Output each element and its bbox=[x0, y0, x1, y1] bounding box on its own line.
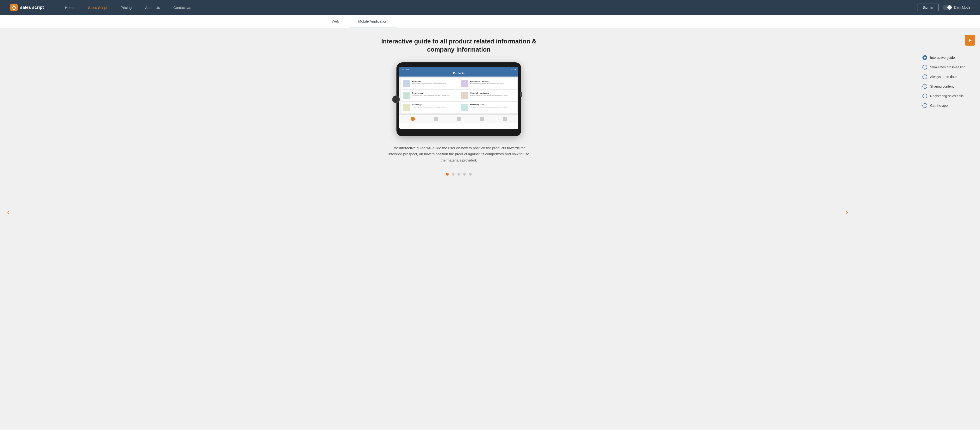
product-desc-2: An ultrasound machine makes images so th… bbox=[470, 83, 515, 85]
tab-web[interactable]: Web bbox=[322, 15, 349, 28]
play-button[interactable] bbox=[965, 35, 975, 46]
svg-marker-2 bbox=[969, 39, 972, 42]
tabs-wrapper: Web Mobile Application bbox=[0, 15, 980, 28]
slide-dots bbox=[446, 173, 472, 176]
dot-4[interactable] bbox=[463, 173, 466, 176]
product-card-6[interactable]: Operating table An operating table, some… bbox=[459, 102, 517, 113]
tablet-screen: 1:11 AM ●●●● Products Autoclave An autoc… bbox=[399, 67, 518, 129]
tablet-side-button bbox=[520, 92, 522, 97]
sidebar-radio-6 bbox=[923, 103, 927, 108]
play-icon bbox=[968, 38, 972, 43]
product-name-2: Ultrasound machine bbox=[470, 80, 515, 82]
sidebar-radio-1 bbox=[923, 55, 927, 60]
app-header: 1:11 AM ●●●● Products bbox=[399, 67, 518, 76]
product-name-4: Chemistry analyzers bbox=[470, 92, 515, 94]
sidebar-radio-5 bbox=[923, 94, 927, 99]
nav-sales-script[interactable]: Sales Script bbox=[81, 0, 114, 15]
tablet-mockup: 1:11 AM ●●●● Products Autoclave An autoc… bbox=[396, 62, 521, 136]
dot-1[interactable] bbox=[446, 173, 449, 176]
dot-2[interactable] bbox=[452, 173, 455, 176]
product-name-3: Colposcopy bbox=[412, 92, 457, 94]
prev-arrow[interactable]: ‹ bbox=[5, 206, 12, 218]
app-nav-icon-2[interactable] bbox=[434, 116, 438, 121]
tablet-outer: 1:11 AM ●●●● Products Autoclave An autoc… bbox=[396, 62, 521, 136]
tablet-home-button bbox=[392, 96, 400, 103]
product-info-6: Operating table An operating table, some… bbox=[470, 104, 515, 108]
app-nav-icon-3[interactable] bbox=[457, 116, 461, 121]
product-info-3: Colposcopy Colposcopy is a medical diagn… bbox=[412, 92, 457, 96]
product-info-5: Centrifuge A centrifuge is a device that… bbox=[412, 104, 457, 108]
app-bottom-bar bbox=[399, 115, 518, 123]
product-card-2[interactable]: Ultrasound machine An ultrasound machine… bbox=[459, 78, 517, 89]
product-desc-5: A centrifuge is a device that uses centr… bbox=[412, 106, 457, 108]
product-name-1: Autoclave bbox=[412, 80, 457, 82]
sidebar-item-registering-sales[interactable]: Registering sales calls bbox=[923, 91, 975, 101]
sidebar-item-interactive-guide[interactable]: Interactive guide bbox=[923, 53, 975, 62]
slide-description: The interactive guide will guide the use… bbox=[387, 145, 531, 163]
sidebar-radio-3 bbox=[923, 74, 927, 79]
nav-links: Home Sales Script Pricing About Us Conta… bbox=[58, 0, 917, 15]
dark-mode-label: Dark Mode bbox=[954, 6, 970, 10]
product-info-4: Chemistry analyzers Chemistry analyzers … bbox=[470, 92, 515, 96]
sidebar-radio-4 bbox=[923, 84, 927, 89]
logo-text: sales script bbox=[20, 5, 44, 10]
sidebar-label-3: Always up to date bbox=[930, 75, 957, 79]
product-desc-3: Colposcopy is a medical diagnostic proce… bbox=[412, 94, 457, 96]
sidebar-label-1: Interactive guide bbox=[930, 56, 955, 59]
nav-pricing[interactable]: Pricing bbox=[114, 0, 138, 15]
slide-title: Interactive guide to all product related… bbox=[375, 37, 543, 54]
product-card-1[interactable]: Autoclave An autoclave is a machine used… bbox=[401, 78, 459, 89]
product-thumb-5 bbox=[403, 104, 410, 111]
svg-rect-0 bbox=[10, 3, 18, 11]
product-card-4[interactable]: Chemistry analyzers Chemistry analyzers … bbox=[459, 90, 517, 101]
logo[interactable]: sales script bbox=[10, 3, 44, 12]
nav-contact[interactable]: Contact Us bbox=[167, 0, 198, 15]
dot-3[interactable] bbox=[457, 173, 460, 176]
products-grid: Autoclave An autoclave is a machine used… bbox=[399, 76, 518, 115]
next-arrow[interactable]: › bbox=[843, 206, 851, 218]
app-nav-icon-4[interactable] bbox=[480, 116, 484, 121]
sidebar-item-always-up-to-date[interactable]: Always up to date bbox=[923, 72, 975, 81]
toggle-thumb bbox=[947, 5, 952, 10]
product-desc-1: An autoclave is a machine used to carry … bbox=[412, 83, 457, 85]
dot-5[interactable] bbox=[469, 173, 472, 176]
tabs-inner: Web Mobile Application bbox=[322, 15, 658, 28]
svg-point-1 bbox=[13, 9, 14, 10]
product-desc-4: Chemistry analyzers are medical laborato… bbox=[470, 94, 515, 96]
product-name-5: Centrifuge bbox=[412, 104, 457, 106]
product-thumb-3 bbox=[403, 92, 410, 99]
toggle-track[interactable] bbox=[943, 5, 952, 10]
signal: ●●●● bbox=[511, 68, 516, 71]
app-title: Products bbox=[402, 72, 516, 75]
app-nav-icon-1[interactable] bbox=[410, 116, 415, 121]
navbar-right: Sign In Dark Mode bbox=[917, 3, 970, 11]
dark-mode-toggle[interactable]: Dark Mode bbox=[943, 5, 970, 10]
status-bar: 1:11 AM ●●●● bbox=[402, 68, 516, 71]
sidebar-label-4: Sharing content bbox=[930, 84, 954, 88]
app-nav-icon-5[interactable] bbox=[503, 116, 507, 121]
product-info-2: Ultrasound machine An ultrasound machine… bbox=[470, 80, 515, 85]
product-name-6: Operating table bbox=[470, 104, 515, 106]
sign-in-button[interactable]: Sign In bbox=[917, 3, 939, 11]
time: 1:11 AM bbox=[402, 68, 409, 71]
sidebar-item-get-app[interactable]: Get the app bbox=[923, 101, 975, 110]
navbar: sales script Home Sales Script Pricing A… bbox=[0, 0, 980, 15]
nav-about[interactable]: About Us bbox=[138, 0, 167, 15]
product-thumb-1 bbox=[403, 80, 410, 88]
main-content: ‹ Interactive guide to all product relat… bbox=[0, 28, 980, 428]
product-card-3[interactable]: Colposcopy Colposcopy is a medical diagn… bbox=[401, 90, 459, 101]
tab-mobile[interactable]: Mobile Application bbox=[349, 15, 397, 28]
product-thumb-2 bbox=[461, 80, 468, 88]
logo-icon bbox=[10, 3, 18, 12]
sidebar-radio-2 bbox=[923, 65, 927, 70]
sidebar-item-sharing-content[interactable]: Sharing content bbox=[923, 81, 975, 91]
product-thumb-6 bbox=[461, 104, 468, 111]
sidebar: Interactive guide Stimulates cross-selli… bbox=[918, 28, 980, 428]
nav-home[interactable]: Home bbox=[58, 0, 81, 15]
product-card-5[interactable]: Centrifuge A centrifuge is a device that… bbox=[401, 102, 459, 113]
product-thumb-4 bbox=[461, 92, 468, 99]
sidebar-label-2: Stimulates cross-selling bbox=[930, 65, 966, 69]
sidebar-item-cross-selling[interactable]: Stimulates cross-selling bbox=[923, 62, 975, 72]
content-area: ‹ Interactive guide to all product relat… bbox=[0, 28, 918, 428]
sidebar-label-6: Get the app bbox=[930, 104, 948, 107]
